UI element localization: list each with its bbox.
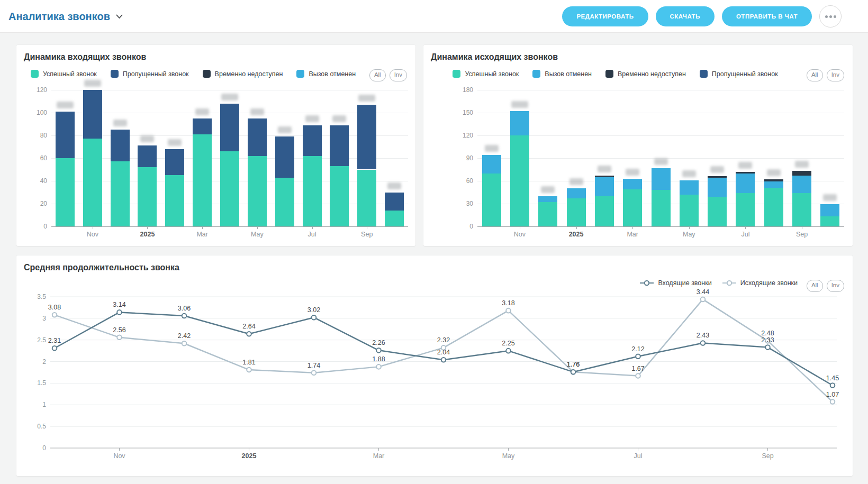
bar-segment[interactable] (680, 195, 699, 226)
bar-segment[interactable] (820, 216, 839, 226)
bar-segment[interactable] (792, 176, 811, 193)
bar-segment[interactable] (220, 151, 239, 226)
data-point-marker[interactable] (247, 332, 251, 336)
data-point-marker[interactable] (701, 341, 706, 345)
data-point-marker[interactable] (312, 371, 317, 376)
report-title-dropdown[interactable]: Аналитика звонков (8, 0, 123, 33)
bar-segment[interactable] (652, 190, 671, 226)
bar-segment[interactable] (357, 105, 376, 170)
bar-segment[interactable] (538, 196, 557, 202)
data-point-marker[interactable] (571, 370, 576, 375)
y-axis-label: 80 (23, 132, 47, 139)
bar-segment[interactable] (275, 178, 294, 226)
data-point-marker[interactable] (506, 349, 511, 353)
data-point-label: 1.45 (826, 375, 839, 382)
bar-segment[interactable] (792, 171, 811, 176)
bar-segment[interactable] (623, 179, 642, 189)
bar-segment[interactable] (736, 173, 755, 193)
bar-segment[interactable] (248, 156, 267, 226)
bar-segment[interactable] (482, 173, 501, 226)
bar-segment[interactable] (510, 111, 529, 135)
x-axis-label: Sep (762, 452, 773, 460)
bar-segment[interactable] (330, 166, 349, 226)
data-point-marker[interactable] (636, 354, 640, 359)
more-options-button[interactable] (819, 5, 842, 28)
bar-segment[interactable] (595, 177, 614, 196)
data-point-marker[interactable] (506, 308, 511, 313)
bar-segment[interactable] (736, 193, 755, 226)
bar-segment[interactable] (165, 149, 184, 175)
bar-segment[interactable] (538, 202, 557, 226)
data-point-marker[interactable] (441, 358, 446, 362)
bar-segment[interactable] (764, 179, 783, 181)
bar-segment[interactable] (193, 134, 212, 226)
bar-segment[interactable] (623, 189, 642, 226)
data-point-marker[interactable] (701, 297, 706, 302)
bar-segment[interactable] (275, 136, 294, 177)
data-point-marker[interactable] (312, 315, 317, 320)
bar-segment[interactable] (792, 193, 811, 226)
bar-segment[interactable] (138, 145, 157, 167)
bar-segment[interactable] (385, 211, 404, 226)
bar-segment[interactable] (303, 125, 322, 156)
bar-segment[interactable] (248, 118, 267, 156)
data-point-marker[interactable] (636, 373, 640, 378)
bar-segment[interactable] (510, 135, 529, 226)
send-to-chat-button[interactable]: ОТПРАВИТЬ В ЧАТ (722, 6, 812, 26)
download-button[interactable]: СКАЧАТЬ (656, 6, 715, 26)
x-axis-label: Jul (741, 231, 749, 238)
data-point-marker[interactable] (117, 335, 122, 340)
bar-segment[interactable] (138, 167, 157, 226)
bar-segment[interactable] (111, 161, 130, 226)
bar-segment[interactable] (56, 112, 75, 158)
bar-segment[interactable] (567, 188, 586, 198)
bar-segment[interactable] (595, 176, 614, 177)
line-plot-duration: 2.313.143.062.643.022.262.042.251.762.12… (16, 255, 853, 476)
bar-segment[interactable] (357, 170, 376, 227)
data-point-marker[interactable] (247, 368, 251, 372)
bar-segment[interactable] (652, 168, 671, 190)
data-point-marker[interactable] (52, 346, 57, 351)
redacted-value-label (682, 170, 696, 177)
data-point-marker[interactable] (117, 310, 122, 315)
bar-segment[interactable] (764, 188, 783, 226)
bar-segment[interactable] (595, 196, 614, 226)
bar-segment[interactable] (482, 155, 501, 173)
bar-segment[interactable] (83, 139, 102, 226)
bar-segment[interactable] (83, 90, 102, 139)
bar-segment[interactable] (680, 180, 699, 195)
y-axis-label: 120 (23, 86, 47, 94)
outgoing-calls-card: Динамика исходящих звонков Успешный звон… (423, 45, 853, 246)
data-point-label: 2.56 (113, 326, 125, 334)
y-axis-label: 2 (22, 358, 46, 366)
data-point-marker[interactable] (52, 313, 57, 317)
bar-segment[interactable] (220, 104, 239, 151)
edit-button[interactable]: РЕДАКТИРОВАТЬ (562, 6, 648, 26)
bar-segment[interactable] (385, 193, 404, 211)
bar-segment[interactable] (56, 158, 75, 226)
bar-segment[interactable] (567, 198, 586, 226)
bar-segment[interactable] (303, 156, 322, 226)
bar-segment[interactable] (708, 178, 727, 197)
bar-segment[interactable] (330, 125, 349, 166)
x-axis-label: Nov (87, 231, 98, 238)
redacted-value-label (767, 169, 781, 176)
bar-segment[interactable] (820, 204, 839, 216)
bar-segment[interactable] (708, 176, 727, 178)
bar-segment[interactable] (165, 175, 184, 226)
data-point-marker[interactable] (765, 345, 770, 350)
bar-segment[interactable] (193, 118, 212, 134)
data-point-label: 1.67 (631, 365, 644, 372)
bar-segment[interactable] (111, 130, 130, 161)
bar-segment[interactable] (764, 181, 783, 187)
gridline (477, 113, 844, 113)
data-point-marker[interactable] (376, 348, 381, 353)
gridline (51, 90, 408, 90)
data-point-marker[interactable] (182, 341, 187, 346)
data-point-marker[interactable] (182, 314, 187, 318)
data-point-marker[interactable] (830, 399, 835, 404)
bar-segment[interactable] (736, 172, 755, 173)
data-point-marker[interactable] (830, 383, 835, 388)
bar-segment[interactable] (708, 197, 727, 226)
data-point-marker[interactable] (376, 364, 381, 369)
